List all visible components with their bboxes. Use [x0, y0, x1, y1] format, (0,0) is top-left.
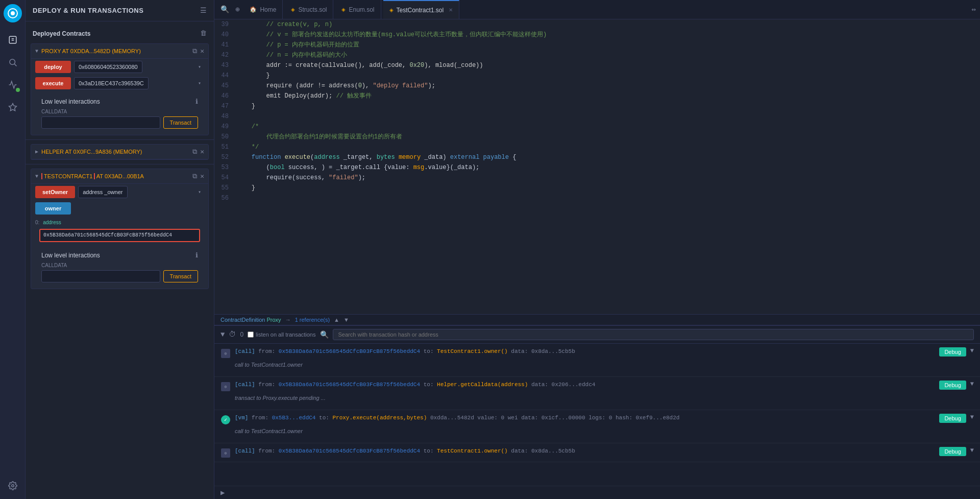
- helper-close-icon[interactable]: ✕: [200, 148, 204, 156]
- code-line-55: 55 }: [214, 183, 980, 193]
- tx-1-sub-icon: [220, 363, 231, 373]
- ref-bar-down-icon[interactable]: ▼: [344, 317, 349, 323]
- code-line-48: 48: [214, 111, 980, 122]
- tx-1-expand-icon[interactable]: ▼: [970, 347, 974, 354]
- proxy-execute-row: execute 0x3aD18EC437c396539C: [31, 75, 208, 91]
- tx-3-content: [vm] from: 0x5B3...eddC4 to: Proxy.execu…: [235, 414, 935, 422]
- proxy-low-level: Low level interactions ℹ CALLDATA Transa…: [36, 93, 203, 133]
- code-line-52: 52 function execute(address _target, byt…: [214, 152, 980, 162]
- ref-bar-definition: ContractDefinition Proxy: [220, 317, 281, 323]
- tx-3-expand-icon[interactable]: ▼: [970, 414, 974, 421]
- delete-all-icon[interactable]: 🗑: [200, 30, 207, 37]
- svg-line-6: [14, 64, 16, 66]
- testcontract1-output-container: 0: address 0x5B38Da6a701c568545dCfcB03Fc…: [31, 217, 208, 245]
- proxy-chevron-icon[interactable]: ▼: [35, 49, 38, 54]
- tab-testcontract-close-icon[interactable]: ✕: [449, 7, 453, 13]
- proxy-deploy-row: deploy 0x60806040523360080: [31, 59, 208, 75]
- zoom-icon[interactable]: ⊕: [233, 3, 241, 16]
- proxy-deploy-select[interactable]: 0x60806040523360080: [74, 61, 142, 73]
- code-line-39: 39 // create(v, p, n): [214, 19, 980, 30]
- sidebar-icon-files[interactable]: [4, 31, 22, 49]
- tx-1-sub: call to TestContract1.owner: [235, 362, 303, 368]
- testcontract1-calldata-input[interactable]: [41, 270, 160, 282]
- tab-home[interactable]: 🏠 Home: [243, 0, 283, 19]
- tx-2-expand-icon[interactable]: ▼: [970, 381, 974, 388]
- ref-bar-up-icon[interactable]: ▲: [334, 317, 339, 323]
- code-line-46: 46 emit Deploy(addr); // 触发事件: [214, 91, 980, 101]
- svg-point-1: [11, 11, 15, 15]
- sidebar-icon-deploy[interactable]: [4, 76, 22, 94]
- testcontract1-owner-button[interactable]: owner: [35, 202, 71, 215]
- code-line-51: 51 */: [214, 142, 980, 152]
- proxy-low-level-title: Low level interactions: [41, 98, 100, 105]
- tx-bottom-arrow[interactable]: ▶: [214, 486, 980, 499]
- tab-testcontract[interactable]: ◈ TestContract1.sol ✕: [383, 0, 460, 19]
- tx-1-icon: ⊕: [220, 348, 231, 359]
- tab-structs-label: Structs.sol: [298, 6, 327, 13]
- code-line-56: 56: [214, 193, 980, 203]
- helper-chevron-icon[interactable]: ▶: [35, 149, 38, 155]
- svg-point-8: [11, 485, 14, 487]
- tx-2-call-icon: ⊕: [221, 382, 230, 391]
- sidebar-icon-settings[interactable]: [4, 477, 22, 495]
- tx-row-3: ✓ [vm] from: 0x5B3...eddC4 to: Proxy.exe…: [214, 412, 980, 426]
- tx-2-sub-icon: [220, 396, 231, 406]
- testcontract1-close-icon[interactable]: ✕: [200, 172, 204, 180]
- proxy-deploy-select-wrapper: 0x60806040523360080: [74, 61, 204, 73]
- tx-counter: 0: [240, 331, 243, 338]
- tx-1-debug-button[interactable]: Debug: [939, 347, 966, 357]
- tx-collapse-icon[interactable]: ▼: [220, 330, 225, 339]
- tx-search-icon[interactable]: 🔍: [320, 330, 329, 339]
- proxy-copy-icon[interactable]: ⧉: [192, 47, 197, 55]
- testcontract1-setowner-select[interactable]: address _owner: [78, 186, 128, 198]
- proxy-execute-button[interactable]: execute: [35, 77, 71, 89]
- tx-item-1: ⊕ [call] from: 0x5B38Da6a701c568545dCfcB…: [214, 344, 980, 377]
- tab-enum[interactable]: ◈ Enum.sol: [335, 0, 381, 19]
- tx-2-sub-row: transact to Proxy.execute pending ...: [214, 393, 980, 408]
- testcontract1-header: ▼ TESTCONTRACT1 AT 0X3AD...00B1A ⧉ ✕: [31, 169, 208, 184]
- tx-2-main: [call] from: 0x5B38Da6a701c568545dCfcB03…: [235, 381, 935, 389]
- code-line-53: 53 (bool success, ) = _target.call {valu…: [214, 162, 980, 173]
- expand-icon[interactable]: ⇔: [972, 5, 976, 14]
- tx-2-debug-button[interactable]: Debug: [939, 381, 966, 390]
- deploy-panel-title: DEPLOY & RUN TRANSACTIONS: [33, 7, 143, 14]
- sidebar-icon-search[interactable]: [4, 53, 22, 72]
- search-icon[interactable]: 🔍: [218, 3, 231, 16]
- ref-bar-refcount[interactable]: 1 reference(s): [295, 317, 330, 323]
- main-area: 🔍 ⊕ 🏠 Home ◈ Structs.sol ◈ Enum.sol ◈ Te…: [214, 0, 980, 499]
- tab-structs-icon: ◈: [291, 7, 295, 12]
- helper-copy-icon[interactable]: ⧉: [192, 148, 197, 156]
- testcontract1-transact-button[interactable]: Transact: [163, 270, 198, 282]
- tx-3-sub-icon: [220, 429, 231, 439]
- testcontract1-chevron-icon[interactable]: ▼: [35, 174, 38, 179]
- tx-listen-checkbox[interactable]: [248, 331, 254, 338]
- svg-point-5: [10, 59, 15, 65]
- helper-contract-instance: ▶ HELPER AT 0X0FC...9A836 (MEMORY) ⧉ ✕: [31, 144, 209, 160]
- testcontract1-setowner-button[interactable]: setOwner: [35, 186, 75, 198]
- proxy-close-icon[interactable]: ✕: [200, 47, 204, 55]
- tx-2-icon: ⊕: [220, 382, 231, 392]
- code-line-45: 45 require (addr != address(0), "deploy …: [214, 81, 980, 91]
- deploy-panel-body: Deployed Contracts 🗑 ▼ PROXY AT 0XDDA...…: [26, 21, 214, 499]
- proxy-execute-select-wrapper: 0x3aD18EC437c396539C: [74, 77, 204, 89]
- proxy-deploy-button[interactable]: deploy: [35, 61, 71, 73]
- tx-3-debug-button[interactable]: Debug: [939, 414, 966, 423]
- proxy-calldata-input[interactable]: [41, 116, 160, 129]
- code-line-50: 50 代理合约部署合约1的时候需要设置合约1的所有者: [214, 132, 980, 142]
- tab-structs[interactable]: ◈ Structs.sol: [285, 0, 333, 19]
- tab-testcontract-icon: ◈: [389, 7, 394, 13]
- testcontract1-calldata-row: Transact: [41, 270, 198, 282]
- tx-4-expand-icon[interactable]: ▼: [970, 447, 974, 454]
- tx-4-debug-button[interactable]: Debug: [939, 447, 966, 456]
- tx-clock-icon[interactable]: ⏱: [229, 330, 236, 339]
- tx-search-input[interactable]: [333, 329, 974, 340]
- divider-1: [26, 139, 214, 140]
- ref-bar-arrow-icon[interactable]: →: [285, 317, 291, 323]
- proxy-transact-button[interactable]: Transact: [163, 116, 198, 129]
- tx-3-icon: ✓: [220, 415, 231, 425]
- testcontract1-copy-icon[interactable]: ⧉: [192, 173, 197, 180]
- sidebar-icon-plugin[interactable]: [4, 98, 22, 116]
- panel-menu-icon[interactable]: ☰: [200, 6, 207, 15]
- divider-2: [26, 164, 214, 164]
- proxy-execute-select[interactable]: 0x3aD18EC437c396539C: [74, 77, 149, 89]
